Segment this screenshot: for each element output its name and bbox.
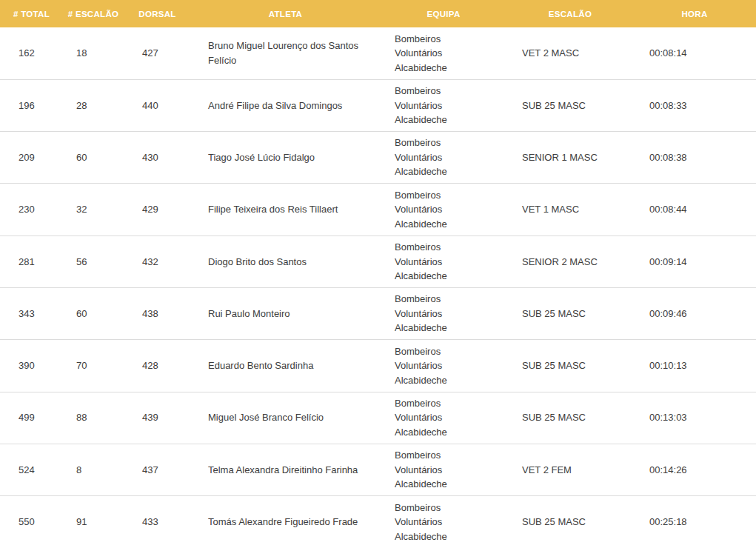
table-row: 16218427Bruno Miguel Lourenço dos Santos… (0, 27, 756, 79)
cell-equipa: Bombeiros Voluntários Alcabideche (380, 340, 507, 392)
cell-escalao_pos: 60 (63, 287, 124, 339)
cell-atleta: Rui Paulo Monteiro (191, 287, 380, 339)
cell-escalao: SUB 25 MASC (507, 340, 633, 392)
cell-escalao_pos: 8 (63, 444, 124, 495)
column-header-hora: HORA (633, 0, 756, 27)
cell-total: 209 (0, 132, 63, 184)
cell-escalao_pos: 70 (63, 340, 124, 392)
table-row: 5248437Telma Alexandra Direitinho Farinh… (0, 444, 756, 495)
cell-total: 499 (0, 392, 63, 444)
cell-atleta: Tiago José Lúcio Fidalgo (191, 132, 380, 184)
cell-escalao_pos: 91 (63, 496, 124, 548)
cell-hora: 00:09:14 (633, 235, 756, 287)
cell-dorsal: 429 (124, 184, 191, 235)
cell-dorsal: 440 (124, 79, 191, 131)
cell-dorsal: 430 (124, 132, 191, 184)
column-header-equipa: EQUIPA (380, 0, 507, 27)
cell-atleta: Telma Alexandra Direitinho Farinha (191, 444, 380, 495)
cell-escalao_pos: 60 (63, 132, 124, 184)
cell-escalao: SENIOR 2 MASC (507, 235, 633, 287)
column-header-total: # TOTAL (0, 0, 63, 27)
results-table-body: 16218427Bruno Miguel Lourenço dos Santos… (0, 27, 756, 548)
table-header-row: # TOTAL # ESCALÃO DORSAL ATLETA EQUIPA E… (0, 0, 756, 27)
cell-hora: 00:25:18 (633, 496, 756, 548)
cell-atleta: Diogo Brito dos Santos (191, 235, 380, 287)
cell-total: 162 (0, 27, 63, 79)
cell-escalao: SENIOR 1 MASC (507, 132, 633, 184)
cell-total: 390 (0, 340, 63, 392)
cell-hora: 00:08:44 (633, 184, 756, 235)
cell-dorsal: 432 (124, 235, 191, 287)
cell-dorsal: 428 (124, 340, 191, 392)
cell-atleta: Tomás Alexandre Figueiredo Frade (191, 496, 380, 548)
column-header-escalao-pos: # ESCALÃO (63, 0, 124, 27)
cell-total: 196 (0, 79, 63, 131)
cell-total: 550 (0, 496, 63, 548)
table-row: 55091433Tomás Alexandre Figueiredo Frade… (0, 496, 756, 548)
cell-equipa: Bombeiros Voluntários Alcabideche (380, 79, 507, 131)
cell-escalao_pos: 18 (63, 27, 124, 79)
cell-escalao: VET 2 MASC (507, 27, 633, 79)
cell-atleta: André Filipe da Silva Domingos (191, 79, 380, 131)
cell-equipa: Bombeiros Voluntários Alcabideche (380, 287, 507, 339)
cell-total: 524 (0, 444, 63, 495)
column-header-escalao: ESCALÃO (507, 0, 633, 27)
cell-dorsal: 439 (124, 392, 191, 444)
cell-equipa: Bombeiros Voluntários Alcabideche (380, 496, 507, 548)
cell-hora: 00:14:26 (633, 444, 756, 495)
cell-escalao_pos: 56 (63, 235, 124, 287)
cell-total: 230 (0, 184, 63, 235)
cell-escalao: SUB 25 MASC (507, 79, 633, 131)
cell-hora: 00:08:33 (633, 79, 756, 131)
cell-dorsal: 437 (124, 444, 191, 495)
cell-hora: 00:09:46 (633, 287, 756, 339)
cell-atleta: Miguel José Branco Felício (191, 392, 380, 444)
cell-escalao: VET 1 MASC (507, 184, 633, 235)
results-table: # TOTAL # ESCALÃO DORSAL ATLETA EQUIPA E… (0, 0, 756, 548)
cell-escalao: VET 2 FEM (507, 444, 633, 495)
cell-equipa: Bombeiros Voluntários Alcabideche (380, 184, 507, 235)
table-row: 39070428Eduardo Bento SardinhaBombeiros … (0, 340, 756, 392)
table-row: 20960430Tiago José Lúcio FidalgoBombeiro… (0, 132, 756, 184)
cell-escalao_pos: 28 (63, 79, 124, 131)
cell-escalao: SUB 25 MASC (507, 392, 633, 444)
column-header-atleta: ATLETA (191, 0, 380, 27)
table-row: 23032429Filipe Teixeira dos Reis Tillaer… (0, 184, 756, 235)
table-row: 34360438Rui Paulo MonteiroBombeiros Volu… (0, 287, 756, 339)
cell-equipa: Bombeiros Voluntários Alcabideche (380, 27, 507, 79)
cell-dorsal: 433 (124, 496, 191, 548)
cell-escalao_pos: 32 (63, 184, 124, 235)
cell-equipa: Bombeiros Voluntários Alcabideche (380, 392, 507, 444)
table-row: 28156432Diogo Brito dos SantosBombeiros … (0, 235, 756, 287)
cell-dorsal: 427 (124, 27, 191, 79)
cell-hora: 00:13:03 (633, 392, 756, 444)
cell-equipa: Bombeiros Voluntários Alcabideche (380, 132, 507, 184)
column-header-dorsal: DORSAL (124, 0, 191, 27)
cell-atleta: Filipe Teixeira dos Reis Tillaert (191, 184, 380, 235)
cell-dorsal: 438 (124, 287, 191, 339)
cell-escalao_pos: 88 (63, 392, 124, 444)
table-row: 49988439Miguel José Branco FelícioBombei… (0, 392, 756, 444)
cell-hora: 00:08:38 (633, 132, 756, 184)
cell-equipa: Bombeiros Voluntários Alcabideche (380, 444, 507, 495)
cell-escalao: SUB 25 MASC (507, 496, 633, 548)
cell-atleta: Bruno Miguel Lourenço dos Santos Felício (191, 27, 380, 79)
cell-total: 281 (0, 235, 63, 287)
cell-hora: 00:08:14 (633, 27, 756, 79)
cell-atleta: Eduardo Bento Sardinha (191, 340, 380, 392)
table-row: 19628440André Filipe da Silva DomingosBo… (0, 79, 756, 131)
cell-escalao: SUB 25 MASC (507, 287, 633, 339)
cell-hora: 00:10:13 (633, 340, 756, 392)
cell-equipa: Bombeiros Voluntários Alcabideche (380, 235, 507, 287)
cell-total: 343 (0, 287, 63, 339)
